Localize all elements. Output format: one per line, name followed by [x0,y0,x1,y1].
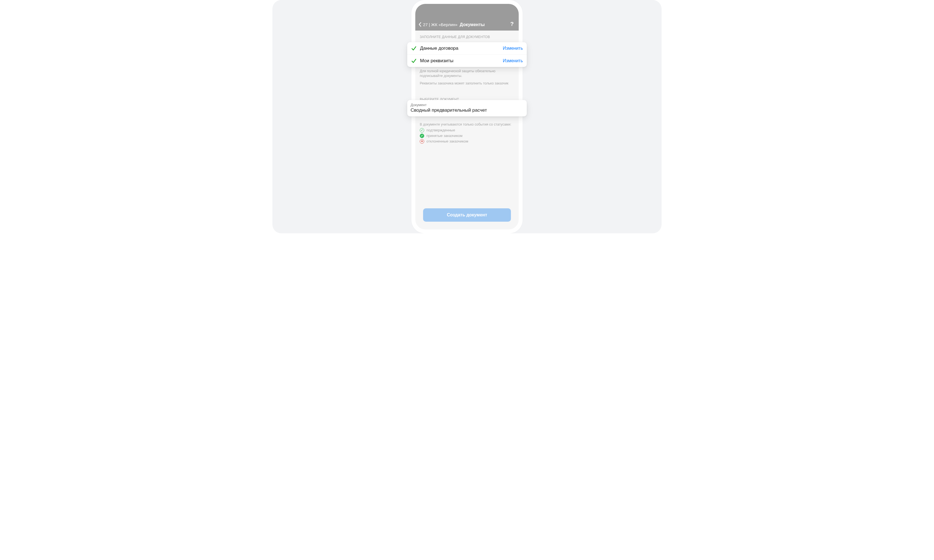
row-contract-data[interactable]: Данные договора Изменить [407,42,527,54]
status-rejected: ✕ отклоненные заказчиком [420,139,514,144]
status-list: В документе учитываются только события с… [415,120,519,144]
caption-requisites: Реквизиты заказчика может заполнить толь… [415,78,519,86]
row-requisites-edit-link[interactable]: Изменить [503,58,523,63]
status-accepted-label: принятые заказчиком [426,134,462,138]
status-rejected-label: отклоненные заказчиком [426,139,468,143]
status-confirmed-label: подтвержденные [426,128,455,132]
create-document-button[interactable]: Создать документ [423,208,511,222]
back-button[interactable]: 27 | ЖК «Берлин» [418,22,458,27]
document-select-card[interactable]: Документ Сводный предварительный расчет [407,100,527,116]
phone-screen: 27 | ЖК «Берлин» Документы ? ЗАПОЛНИТЕ Д… [415,4,519,229]
section-header-fill: ЗАПОЛНИТЕ ДАННЫЕ ДЛЯ ДОКУМЕНТОВ [415,31,519,41]
caption-sign: Для полной юридической защиты обязательн… [415,67,519,78]
check-icon [411,58,417,64]
document-field-value: Сводный предварительный расчет [411,108,523,113]
navbar: 27 | ЖК «Берлин» Документы ? [415,4,519,31]
status-lead: В документе учитываются только события с… [420,123,514,126]
row-requisites-title: Мои реквизиты [420,58,499,64]
check-filled-icon: ✓ [420,134,424,138]
row-requisites[interactable]: Мои реквизиты Изменить [407,54,527,67]
row-contract-title: Данные договора [420,46,499,51]
check-icon [411,46,417,51]
document-field-label: Документ [411,103,523,107]
check-outline-icon: ✓ [420,128,424,132]
stage: 27 | ЖК «Берлин» Документы ? ЗАПОЛНИТЕ Д… [273,0,661,233]
help-button[interactable]: ? [509,21,515,27]
back-label: 27 | ЖК «Берлин» [423,22,458,27]
phone-frame: 27 | ЖК «Берлин» Документы ? ЗАПОЛНИТЕ Д… [412,0,522,233]
checklist-card: Данные договора Изменить Мои реквизиты И… [407,42,527,67]
chevron-left-icon [418,22,422,27]
status-confirmed: ✓ подтвержденные [420,128,514,132]
status-accepted: ✓ принятые заказчиком [420,134,514,138]
cross-outline-icon: ✕ [420,139,424,144]
page-title: Документы [460,22,509,27]
row-contract-edit-link[interactable]: Изменить [503,46,523,51]
bottom-bar: Создать документ [415,203,519,229]
